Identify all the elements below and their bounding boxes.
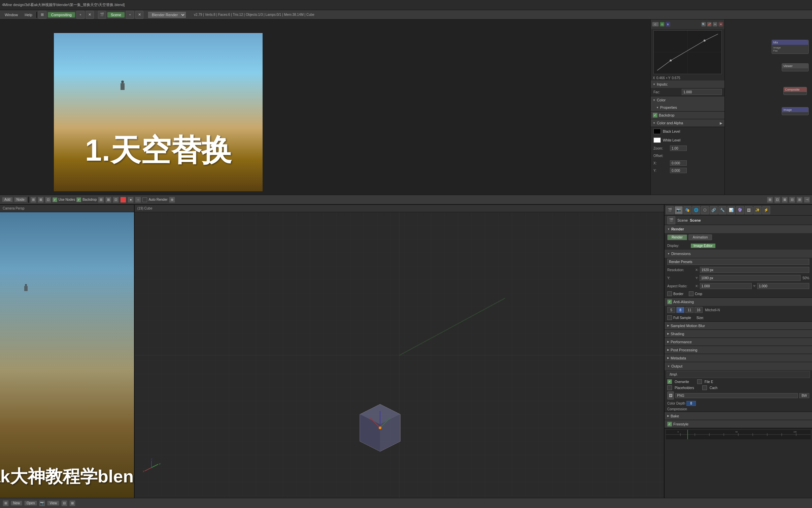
file-ext-checkbox[interactable] <box>697 379 702 384</box>
workspace-compositing[interactable]: Compositing <box>48 12 75 18</box>
res-y-value[interactable]: 1080 px <box>700 275 801 281</box>
rp-icon-material[interactable]: 🔮 <box>736 206 744 214</box>
cb-btn[interactable]: C <box>652 22 659 27</box>
node-icon-13[interactable]: ⊟ <box>789 197 795 203</box>
b-btn[interactable]: B <box>666 22 670 27</box>
node-icon-4[interactable]: ⊞ <box>98 197 104 203</box>
border-checkbox[interactable] <box>667 291 672 296</box>
bb-view-btn[interactable]: View <box>47 501 59 506</box>
node-icon-12[interactable]: ⊠ <box>782 197 788 203</box>
post-processing-section[interactable]: ▶ Post Processing <box>665 346 812 354</box>
freestyle-section[interactable]: Freestyle <box>665 420 812 428</box>
add-btn[interactable]: Add <box>2 197 13 202</box>
node-icon-3[interactable]: ⊡ <box>45 197 51 203</box>
rp-icon-texture[interactable]: 🖼 <box>745 206 753 214</box>
format-select[interactable]: PNG <box>675 393 798 398</box>
bb-icon-3[interactable]: ⊟ <box>61 500 67 506</box>
close-viewer-btn[interactable]: ✕ <box>718 22 723 27</box>
rp-icon-camera[interactable]: 🎬 <box>666 206 674 214</box>
white-level-swatch[interactable] <box>653 137 661 143</box>
freestyle-checkbox[interactable] <box>667 422 672 426</box>
aa-checkbox[interactable] <box>667 299 672 304</box>
node-icon-15[interactable]: ⊣ <box>804 197 810 203</box>
properties-header[interactable]: ▼ Properties <box>651 104 724 111</box>
bake-section[interactable]: ▶ Bake <box>665 412 812 420</box>
display-value[interactable]: Image Editor <box>691 244 715 248</box>
node-icon-5[interactable]: ⊠ <box>105 197 111 203</box>
gb-btn[interactable]: G <box>660 22 665 27</box>
ca-expand-icon[interactable]: ▶ <box>720 121 722 125</box>
scene-selector[interactable]: Scene <box>107 12 125 18</box>
rp-icon-object[interactable]: ⬡ <box>701 206 709 214</box>
use-nodes-checkbox[interactable] <box>53 197 57 202</box>
engine-selector[interactable]: Blender Render <box>148 12 186 18</box>
asp-y-value[interactable]: 1.000 <box>757 283 809 289</box>
cache-checkbox[interactable] <box>702 385 707 390</box>
inputs-header[interactable]: ▼ Inputs: <box>651 81 724 88</box>
bb-icon-1[interactable]: ⊞ <box>3 500 9 506</box>
format-icon[interactable]: 🖼 <box>667 391 674 400</box>
rp-icon-particle[interactable]: ✨ <box>753 206 762 214</box>
scene-close-icon[interactable]: ✕ <box>135 11 143 19</box>
workspace-icon[interactable]: ⊞ <box>38 11 46 19</box>
crop-checkbox[interactable] <box>689 291 693 296</box>
output-path[interactable]: /tmp\ <box>667 371 810 378</box>
color-alpha-header[interactable]: ▼ Color and Alpha ▶ <box>651 119 724 127</box>
auto-render-checkbox[interactable] <box>142 197 147 202</box>
bb-icon-4[interactable]: ⊠ <box>69 500 75 506</box>
rp-icon-data[interactable]: 📊 <box>727 206 735 214</box>
output-header[interactable]: ▼ Output <box>665 362 812 370</box>
node-box-4[interactable]: Image <box>782 107 809 115</box>
zoom-icon[interactable]: 🔍 <box>701 22 706 27</box>
workspace-close-icon[interactable]: ✕ <box>86 11 94 19</box>
node-icon-7[interactable]: ● <box>128 197 134 203</box>
dimensions-header[interactable]: ▼ Dimensions <box>665 250 812 258</box>
aa-btn-5[interactable]: 5 <box>667 307 675 313</box>
rp-icon-physics[interactable]: ⚡ <box>762 206 770 214</box>
rp-icon-render[interactable]: 📷 <box>675 206 683 214</box>
backdrop-checkbox[interactable] <box>653 113 657 118</box>
node-box-3[interactable]: Composite <box>783 87 807 95</box>
pin-icon[interactable]: 📌 <box>707 22 712 27</box>
workspace-add-icon[interactable]: + <box>76 11 84 19</box>
node-box-1[interactable]: Mix Image Fac <box>772 40 809 54</box>
node-icon-1[interactable]: ⊞ <box>30 197 36 203</box>
clip-icon[interactable]: ✂ <box>713 22 717 27</box>
full-sample-checkbox[interactable] <box>667 315 672 320</box>
menu-window[interactable]: Window <box>2 12 21 18</box>
rp-icon-constraint[interactable]: 🔗 <box>710 206 718 214</box>
asp-x-value[interactable]: 1.000 <box>700 283 752 289</box>
node-icon-6[interactable]: ⊡ <box>113 197 119 203</box>
scene-add-icon[interactable]: + <box>126 11 134 19</box>
aa-header[interactable]: Anti-Aliasing <box>665 298 812 306</box>
node-icon-2[interactable]: ⊠ <box>38 197 44 203</box>
bb-new-btn[interactable]: New <box>11 501 22 506</box>
render-presets-value[interactable]: Render Presets <box>667 259 809 265</box>
node-icon-9[interactable]: ⊛ <box>169 197 175 203</box>
node-icon-11[interactable]: ⊡ <box>774 197 780 203</box>
aa-btn-8[interactable]: 8 <box>676 307 684 313</box>
placeholders-checkbox[interactable] <box>667 385 672 390</box>
node-box-2[interactable]: Viewer <box>782 63 809 71</box>
sampled-motion-blur[interactable]: ▶ Sampled Motion Blur <box>665 322 812 330</box>
shading-section[interactable]: ▶ Shading <box>665 330 812 338</box>
aa-btn-11[interactable]: 11 <box>685 307 693 313</box>
scene-icon[interactable]: 🎬 <box>98 11 106 19</box>
aa-btn-16[interactable]: 16 <box>695 307 703 313</box>
node-icon-14[interactable]: ⊞ <box>797 197 803 203</box>
overwrite-checkbox[interactable] <box>667 379 672 384</box>
backdrop-toolbar-checkbox[interactable] <box>76 197 81 202</box>
metadata-section[interactable]: ▶ Metadata <box>665 354 812 362</box>
res-x-value[interactable]: 1920 px <box>700 267 809 273</box>
offset-y-value[interactable]: 0.000 <box>670 168 687 173</box>
bb-open-btn[interactable]: Open <box>24 501 37 506</box>
render-tab-animation[interactable]: Animation <box>688 234 712 240</box>
color-icon[interactable] <box>120 197 126 203</box>
offset-x-value[interactable]: 0.000 <box>670 160 687 166</box>
bb-icon-2[interactable]: 📷 <box>39 500 45 506</box>
color-depth-value[interactable]: 8 <box>686 401 696 406</box>
rp-icon-world[interactable]: 🌐 <box>692 206 700 214</box>
color-section-header[interactable]: ▼ Color <box>651 96 724 104</box>
menu-help[interactable]: Help <box>22 12 35 18</box>
zoom-value[interactable]: 1.00 <box>670 146 687 151</box>
